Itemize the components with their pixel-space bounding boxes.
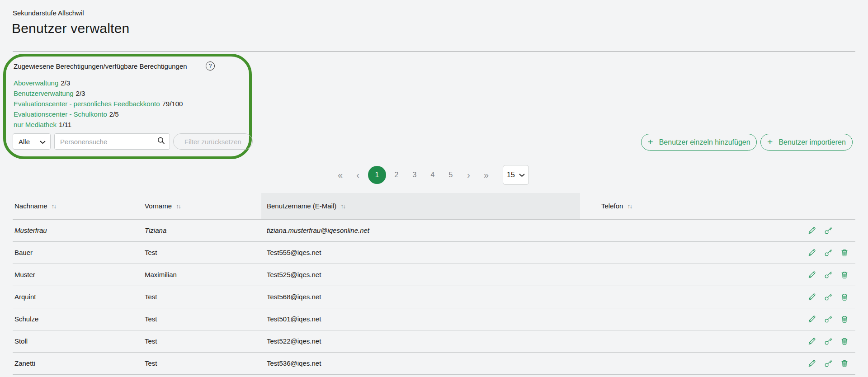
cell-nachname: Bauer xyxy=(14,242,33,264)
delete-icon[interactable] xyxy=(840,315,849,324)
search-icon[interactable] xyxy=(157,137,165,146)
plus-icon: + xyxy=(767,137,773,146)
delete-icon[interactable] xyxy=(840,292,849,302)
row-actions xyxy=(807,264,849,286)
row-actions xyxy=(807,308,849,330)
permission-link[interactable]: Evaluationscenter - persönliches Feedbac… xyxy=(14,100,160,108)
row-actions xyxy=(807,353,849,374)
cell-nachname: Musterfrau xyxy=(14,220,47,241)
delete-icon[interactable] xyxy=(840,248,849,257)
scope-select[interactable]: Alle xyxy=(13,133,51,150)
table-body: Musterfrau Tiziana tiziana.musterfrau@iq… xyxy=(13,220,855,375)
column-header-nachname[interactable]: Nachname↑↓ xyxy=(14,193,56,219)
key-icon[interactable] xyxy=(824,270,833,279)
permission-count: 2/5 xyxy=(109,110,119,118)
plus-icon: + xyxy=(647,137,653,146)
cell-nachname: Muster xyxy=(14,264,35,286)
organization-label: Sekundarstufe Allschwil xyxy=(13,9,84,17)
sort-icon[interactable]: ↑↓ xyxy=(176,203,180,210)
table-row: Muster Maximilian Test525@iqes.net xyxy=(13,264,855,286)
permission-link[interactable]: Evaluationscenter - Schulkonto xyxy=(14,110,107,118)
sort-icon[interactable]: ↑↓ xyxy=(627,203,632,210)
cell-nachname: Arquint xyxy=(14,286,36,308)
cell-nachname: Schulze xyxy=(14,308,38,330)
cell-vorname: Maximilian xyxy=(145,264,177,286)
column-label: Telefon xyxy=(601,202,623,210)
column-header-benutzername[interactable]: Benutzername (E-Mail)↑↓ xyxy=(267,193,345,219)
edit-icon[interactable] xyxy=(807,359,816,368)
cell-benutzername: tiziana.musterfrau@iqesonline.net xyxy=(267,220,369,241)
edit-icon[interactable] xyxy=(807,226,816,235)
cell-benutzername: Test525@iqes.net xyxy=(267,264,321,286)
key-icon[interactable] xyxy=(824,248,833,257)
cell-benutzername: Test536@iqes.net xyxy=(267,353,321,374)
cell-vorname: Test xyxy=(145,308,157,330)
cell-vorname: Test xyxy=(145,353,157,374)
chevron-down-icon xyxy=(40,138,46,146)
row-actions xyxy=(807,330,849,352)
column-header-telefon[interactable]: Telefon↑↓ xyxy=(601,193,632,219)
edit-icon[interactable] xyxy=(807,248,816,257)
next-page-button[interactable]: › xyxy=(461,166,476,184)
page-button[interactable]: 3 xyxy=(407,166,422,184)
delete-icon[interactable] xyxy=(840,337,849,346)
permission-item: Aboverwaltung2/3 xyxy=(14,78,183,88)
add-user-label: Benutzer einzeln hinzufügen xyxy=(659,138,750,146)
sort-icon[interactable]: ↑↓ xyxy=(52,203,56,210)
add-user-button[interactable]: + Benutzer einzeln hinzufügen xyxy=(641,134,757,151)
row-actions xyxy=(807,220,849,241)
reset-filter-button[interactable]: Filter zurücksetzen xyxy=(173,133,253,150)
permission-item: nur Mediathek1/11 xyxy=(14,119,183,130)
permission-link[interactable]: Benutzerverwaltung xyxy=(14,90,74,97)
help-icon[interactable]: ? xyxy=(206,61,215,71)
delete-icon[interactable] xyxy=(840,270,849,279)
first-page-button[interactable]: « xyxy=(333,166,348,184)
edit-icon[interactable] xyxy=(807,270,816,279)
page-button[interactable]: 4 xyxy=(425,166,440,184)
permission-item: Evaluationscenter - persönliches Feedbac… xyxy=(14,99,183,109)
last-page-button[interactable]: » xyxy=(479,166,494,184)
page-button-active[interactable]: 1 xyxy=(368,166,386,184)
cell-benutzername: Test555@iqes.net xyxy=(267,242,321,264)
key-icon[interactable] xyxy=(824,337,833,346)
page-button[interactable]: 2 xyxy=(389,166,404,184)
import-users-button[interactable]: + Benutzer importieren xyxy=(760,134,853,151)
cell-nachname: Stoll xyxy=(14,330,28,352)
page-title: Benutzer verwalten xyxy=(12,21,129,36)
delete-icon[interactable] xyxy=(840,359,849,368)
cell-vorname: Test xyxy=(145,330,157,352)
permission-link[interactable]: nur Mediathek xyxy=(14,121,57,128)
scope-select-value: Alle xyxy=(19,138,30,146)
sort-icon[interactable]: ↑↓ xyxy=(340,203,345,210)
title-divider xyxy=(13,51,855,52)
pagination: « ‹ 1 2 3 4 5 › » 15 xyxy=(333,165,529,185)
column-label: Vorname xyxy=(145,202,172,210)
permissions-list: Aboverwaltung2/3 Benutzerverwaltung2/3 E… xyxy=(14,78,183,130)
key-icon[interactable] xyxy=(824,292,833,302)
key-icon[interactable] xyxy=(824,315,833,324)
prev-page-button[interactable]: ‹ xyxy=(350,166,365,184)
cell-vorname: Test xyxy=(145,242,157,264)
permission-item: Benutzerverwaltung2/3 xyxy=(14,88,183,99)
permission-link[interactable]: Aboverwaltung xyxy=(14,79,58,87)
key-icon[interactable] xyxy=(824,226,833,235)
permission-count: 2/3 xyxy=(61,79,70,87)
import-users-label: Benutzer importieren xyxy=(778,138,846,146)
column-label: Benutzername (E-Mail) xyxy=(267,202,336,210)
search-input[interactable] xyxy=(60,138,157,146)
edit-icon[interactable] xyxy=(807,337,816,346)
table-row: Stoll Test Test522@iqes.net xyxy=(13,330,855,353)
cell-benutzername: Test568@iqes.net xyxy=(267,286,321,308)
person-search xyxy=(54,133,170,150)
edit-icon[interactable] xyxy=(807,315,816,324)
table-row: Schulze Test Test501@iqes.net xyxy=(13,308,855,330)
column-header-vorname[interactable]: Vorname↑↓ xyxy=(145,193,180,219)
edit-icon[interactable] xyxy=(807,292,816,302)
page-size-select[interactable]: 15 xyxy=(503,165,529,185)
page-button[interactable]: 5 xyxy=(443,166,458,184)
key-icon[interactable] xyxy=(824,359,833,368)
chevron-down-icon xyxy=(519,171,525,179)
table-row: Bauer Test Test555@iqes.net xyxy=(13,242,855,264)
page-size-value: 15 xyxy=(507,171,515,179)
permission-count: 1/11 xyxy=(59,121,71,128)
